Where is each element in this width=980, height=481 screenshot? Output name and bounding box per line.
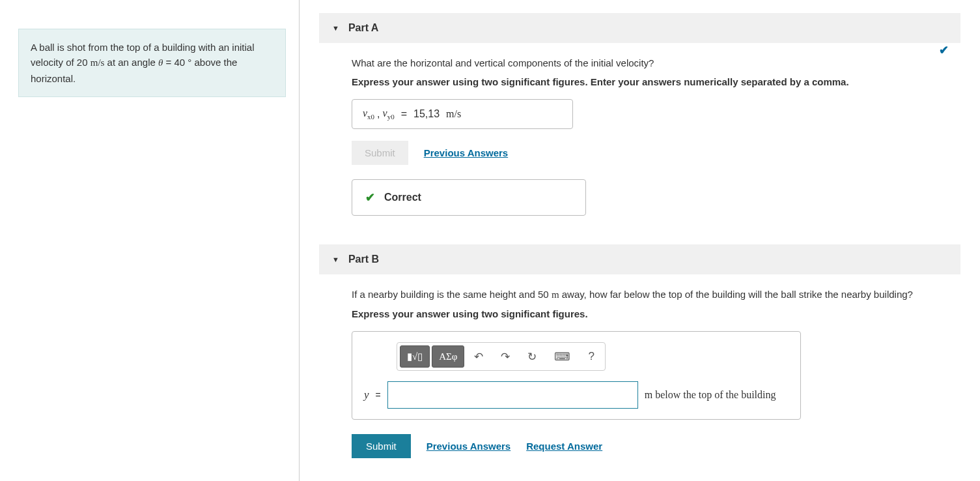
correct-label: Correct [384,192,421,203]
part-b-section: ▼ Part B If a nearby building is the sam… [319,244,960,479]
part-a-answer-display: vx0, vy0 = 15,13m/s [352,99,573,129]
check-icon: ✔ [365,190,375,205]
part-a-body: What are the horizontal and vertical com… [319,43,960,222]
unit-suffix: m below the top of the building [645,389,776,401]
q-unit: m [552,289,559,300]
help-icon[interactable]: ? [580,345,602,368]
q-text: If a nearby building is the same height … [352,289,552,300]
caret-down-icon: ▼ [332,255,339,263]
answer-input[interactable] [387,381,638,409]
request-answer-link[interactable]: Request Answer [526,441,602,452]
redo-icon[interactable]: ↷ [493,345,518,368]
problem-statement: A ball is shot from the top of a buildin… [18,29,286,97]
input-row: y = m below the top of the building [364,381,789,409]
part-a-instruction: Express your answer using two significan… [352,76,947,87]
velocity-unit: m/s [91,57,105,68]
problem-text: at an angle [104,57,158,68]
part-b-body: If a nearby building is the same height … [319,274,960,479]
symbols-button[interactable]: ΑΣφ [432,345,464,368]
submit-button[interactable]: Submit [352,434,411,458]
part-a-actions: Submit Previous Answers [352,141,947,165]
check-icon: ✔ [939,43,949,57]
comma: , [377,108,380,120]
caret-down-icon: ▼ [332,24,339,32]
sub-y0: y0 [387,113,395,121]
previous-answers-link[interactable]: Previous Answers [424,147,509,158]
equals: = [376,390,381,400]
answer-input-container: ▮√▯ ΑΣφ ↶ ↷ ↻ ⌨ ? y = m below the top of… [352,331,801,420]
submit-button: Submit [352,141,408,165]
part-a-question: What are the horizontal and vertical com… [352,57,947,68]
main-panel: ▼ Part A ✔ What are the horizontal and v… [300,0,980,481]
part-b-instruction: Express your answer using two significan… [352,308,947,319]
part-a-header[interactable]: ▼ Part A ✔ [319,13,960,43]
part-b-title: Part B [348,254,379,265]
previous-answers-link[interactable]: Previous Answers [427,441,511,452]
answer-value: 15,13 [413,108,440,120]
template-button[interactable]: ▮√▯ [400,345,430,368]
var-vy: v [383,108,387,119]
part-b-actions: Submit Previous Answers Request Answer [352,434,947,458]
equation-toolbar: ▮√▯ ΑΣφ ↶ ↷ ↻ ⌨ ? [397,342,606,371]
degree-symbol: ° [185,57,191,68]
part-a-section: ▼ Part A ✔ What are the horizontal and v… [319,13,960,222]
part-a-title: Part A [348,22,379,34]
answer-unit: m/s [446,108,461,120]
angle-value: = 40 [163,57,185,68]
reset-icon[interactable]: ↻ [520,345,544,368]
sub-x0: x0 [367,113,374,121]
correct-feedback: ✔ Correct [352,179,586,216]
equals: = [401,108,407,120]
left-panel: A ball is shot from the top of a buildin… [0,0,300,481]
part-b-question: If a nearby building is the same height … [352,289,947,300]
keyboard-icon[interactable]: ⌨ [546,345,578,368]
part-b-header[interactable]: ▼ Part B [319,244,960,274]
undo-icon[interactable]: ↶ [466,345,491,368]
y-label: y [364,388,369,401]
q-text: away, how far below the top of the build… [559,289,913,300]
